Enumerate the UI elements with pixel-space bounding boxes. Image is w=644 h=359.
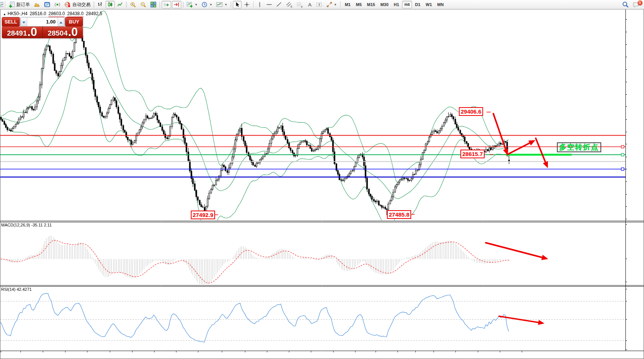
auto-trading-label: 自动交易	[72, 2, 90, 8]
fibonacci-button[interactable]: F	[295, 1, 305, 8]
fibonacci-icon: F	[296, 2, 303, 8]
notification-badge: 1	[638, 0, 642, 5]
triangle-down-icon	[22, 22, 25, 23]
line-chart-button[interactable]	[115, 1, 125, 8]
arrows-icon	[326, 2, 332, 8]
svg-text:E: E	[290, 5, 292, 8]
horizontal-line-icon	[266, 2, 272, 8]
horizontal-line-button[interactable]	[265, 1, 274, 8]
cursor-button[interactable]	[233, 1, 242, 8]
timeframe-button-h4[interactable]: H4	[402, 1, 412, 8]
market-watch-button[interactable]	[42, 1, 52, 8]
volume-input[interactable]	[27, 17, 58, 26]
buy-price-display[interactable]: 28504.0	[43, 27, 83, 38]
auto-scroll-button[interactable]	[162, 1, 171, 8]
collapse-quote-icon: ▲	[3, 12, 6, 16]
timeframe-button-m5[interactable]: M5	[354, 1, 364, 8]
one-click-trading-panel: SELL BUY 28491.0 28504.0	[2, 17, 83, 38]
timeframe-button-mn[interactable]: MN	[435, 1, 446, 8]
sell-price-pips: .0	[27, 27, 37, 37]
timeframe-button-h1[interactable]: H1	[391, 1, 401, 8]
bar-chart-button[interactable]	[96, 1, 105, 8]
channel-icon: E	[286, 2, 293, 8]
market-watch-icon	[44, 2, 50, 8]
volume-increase-button[interactable]	[58, 17, 64, 26]
volume-decrease-button[interactable]	[21, 17, 27, 26]
text-icon: A	[307, 2, 312, 8]
new-order-icon	[9, 2, 15, 8]
price-annotation[interactable]: 29406.6	[459, 107, 483, 116]
templates-icon	[216, 2, 223, 8]
new-order-button[interactable]: 新订单	[7, 1, 31, 8]
price-annotation[interactable]: 28615.7	[460, 150, 485, 158]
sell-button[interactable]: SELL	[2, 17, 20, 27]
tile-windows-icon	[150, 2, 156, 8]
timeframe-button-w1[interactable]: W1	[423, 1, 434, 8]
toolbar-grip	[126, 2, 127, 8]
symbol-header: ▲HK50-,H428516.028603.028438.028492,5	[3, 11, 104, 16]
text-label-icon: T	[316, 2, 323, 8]
auto-trading-button[interactable]: 自动交易	[63, 1, 92, 8]
zoom-out-icon	[140, 2, 147, 8]
svg-text:A: A	[308, 2, 312, 8]
timeframe-button-m15[interactable]: M15	[365, 1, 377, 8]
search-icon	[622, 1, 629, 8]
ohlc-open: 28516.0	[30, 11, 46, 16]
vertical-line-button[interactable]	[256, 1, 264, 8]
chart-shift-button[interactable]	[172, 1, 181, 8]
crosshair-button[interactable]	[242, 1, 251, 8]
chevron-down-icon: ▼	[225, 3, 228, 6]
channel-button[interactable]: E	[284, 1, 294, 8]
chevron-down-icon: ▼	[334, 3, 337, 6]
candlestick-chart-button[interactable]	[106, 1, 115, 8]
timeframe-button-d1[interactable]: D1	[413, 1, 423, 8]
new-order-label: 新订单	[16, 2, 30, 8]
arrows-button[interactable]: ▼	[325, 1, 338, 8]
macd-label: MACD(12,26,9) -35.11 2.11	[1, 223, 52, 227]
price-annotation[interactable]: 27492.9	[191, 211, 215, 219]
toolbar-separator	[340, 1, 341, 8]
vertical-line-icon	[257, 2, 262, 8]
periods-icon	[201, 2, 208, 8]
svg-text:T: T	[318, 3, 320, 7]
main-toolbar: 新订单 自动交易	[0, 0, 644, 9]
chart-canvas[interactable]	[0, 0, 644, 359]
price-annotation[interactable]: 27485.8	[387, 210, 411, 219]
auto-trading-icon	[64, 2, 71, 8]
periods-button[interactable]: ▼	[200, 1, 214, 8]
zoom-in-icon	[130, 2, 136, 8]
candlestick-chart-icon	[107, 2, 113, 8]
toolbar-separator	[253, 1, 254, 8]
timeframe-button-m1[interactable]: M1	[343, 1, 353, 8]
ohlc-high: 28603.0	[48, 11, 65, 17]
crosshair-icon	[244, 2, 250, 8]
indicators-icon	[187, 2, 193, 8]
zoom-out-button[interactable]	[139, 1, 148, 8]
signals-button[interactable]	[53, 1, 62, 8]
cursor-icon	[234, 2, 240, 8]
chat-button[interactable]: 1	[631, 1, 641, 8]
symbol-title: HK50-,H4	[8, 11, 28, 16]
templates-button[interactable]: ▼	[215, 1, 229, 8]
chevron-down-icon: ▼	[195, 3, 198, 6]
indicators-button[interactable]: ▼	[185, 1, 199, 8]
search-button[interactable]	[621, 1, 630, 8]
profile-button[interactable]	[32, 1, 42, 8]
turning-point-label[interactable]: 多空转折点	[557, 142, 601, 152]
sell-price-display[interactable]: 28491.0	[2, 27, 43, 38]
trendline-button[interactable]	[274, 1, 284, 8]
toolbar-grip	[93, 2, 95, 8]
tile-windows-button[interactable]	[149, 1, 158, 8]
text-button[interactable]: A	[306, 1, 314, 8]
clipped-chart-icon	[0, 2, 3, 8]
sell-price-main: 28491	[7, 29, 27, 37]
timeframe-button-m30[interactable]: M30	[378, 1, 391, 8]
toolbar-grip	[159, 2, 161, 8]
toolbar-grip	[182, 2, 184, 8]
timeframe-group: M1M5M15M30H1H4D1W1MN	[342, 1, 446, 8]
signals-icon	[54, 2, 61, 8]
zoom-in-button[interactable]	[128, 1, 138, 8]
toolbar-grip	[230, 2, 232, 8]
text-label-button[interactable]: T	[315, 1, 324, 8]
ohlc-close: 28492,5	[86, 11, 102, 16]
